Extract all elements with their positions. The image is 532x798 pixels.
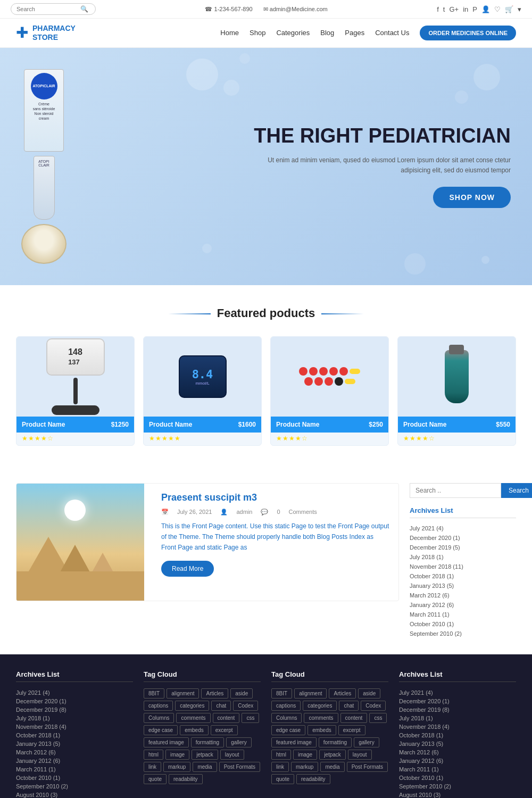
tag-item[interactable]: css [242, 713, 259, 723]
footer-archive-item[interactable]: October 2010 (1) [16, 774, 133, 782]
nav-blog[interactable]: Blog [320, 29, 334, 37]
tag-item[interactable]: Columns [271, 713, 302, 723]
google-icon[interactable]: G+ [449, 5, 459, 13]
tag-item[interactable]: link [271, 762, 289, 772]
footer-archive-item[interactable]: January 2012 (6) [399, 757, 516, 765]
archive-item[interactable]: December 2019 (5) [410, 543, 516, 552]
tag-item[interactable]: jetpack [192, 750, 218, 760]
footer-archive-item[interactable]: July 2018 (1) [16, 714, 133, 722]
tag-item[interactable]: edge case [144, 725, 178, 735]
footer-archive-item[interactable]: October 2018 (1) [16, 731, 133, 739]
facebook-icon[interactable]: f [437, 5, 439, 13]
search-input[interactable] [16, 6, 80, 12]
read-more-button[interactable]: Read More [161, 561, 214, 577]
tag-item[interactable]: categories [303, 701, 337, 711]
tag-item[interactable]: link [144, 762, 161, 772]
tag-item[interactable]: media [193, 762, 217, 772]
tag-item[interactable]: readability [169, 774, 203, 784]
archive-item[interactable]: January 2012 (6) [410, 600, 516, 610]
sidebar-search-button[interactable]: Search [501, 483, 532, 498]
tag-item[interactable]: Articles [329, 688, 356, 699]
footer-archive-item[interactable]: July 2021 (4) [16, 688, 133, 697]
tag-item[interactable]: embeds [180, 725, 209, 735]
tag-item[interactable]: html [271, 750, 291, 760]
nav-shop[interactable]: Shop [250, 29, 265, 37]
archive-item[interactable]: July 2021 (4) [410, 523, 516, 533]
footer-archive-item[interactable]: October 2018 (1) [399, 731, 516, 739]
tag-item[interactable]: image [165, 750, 189, 760]
tag-item[interactable]: layout [348, 750, 372, 760]
tag-item[interactable]: jetpack [319, 750, 346, 760]
archive-item[interactable]: October 2018 (1) [410, 571, 516, 581]
footer-archive-item[interactable]: December 2020 (1) [16, 697, 133, 705]
footer-archive-item[interactable]: July 2018 (1) [399, 714, 516, 722]
tag-item[interactable]: image [293, 750, 317, 760]
tag-item[interactable]: quote [144, 774, 167, 784]
tag-item[interactable]: quote [271, 774, 294, 784]
tag-item[interactable]: comments [176, 713, 210, 723]
order-medicines-button[interactable]: ORDER MEDICINES ONLINE [420, 26, 516, 40]
archive-item[interactable]: March 2011 (1) [410, 610, 516, 619]
footer-archive-item[interactable]: October 2010 (1) [399, 774, 516, 782]
tag-item[interactable]: featured image [144, 737, 189, 747]
footer-archive-item[interactable]: July 2021 (4) [399, 688, 516, 697]
instagram-icon[interactable]: in [463, 5, 468, 13]
product-card-2[interactable]: 8.4 mmol/L Product Name $1600 ★★★★★ [143, 336, 262, 446]
nav-categories[interactable]: Categories [276, 29, 310, 37]
tag-item[interactable]: Codex [361, 701, 386, 711]
nav-pages[interactable]: Pages [345, 29, 364, 37]
tag-item[interactable]: content [213, 713, 240, 723]
tag-item[interactable]: edge case [271, 725, 305, 735]
footer-archive-item[interactable]: March 2011 (1) [16, 765, 133, 774]
tag-item[interactable]: Articles [201, 688, 228, 699]
footer-archive-item[interactable]: August 2010 (3) [399, 791, 516, 798]
product-card-1[interactable]: 148137 Product Name $1250 ★★★★☆ [16, 336, 135, 446]
footer-archive-item[interactable]: September 2010 (2) [399, 782, 516, 791]
heart-icon[interactable]: ♡ [494, 5, 501, 13]
user-icon[interactable]: 👤 [481, 5, 490, 13]
tag-item[interactable]: embeds [307, 725, 336, 735]
footer-archive-item[interactable]: January 2013 (5) [399, 739, 516, 748]
archive-item[interactable]: July 2018 (1) [410, 552, 516, 562]
tag-item[interactable]: markup [163, 762, 190, 772]
archive-item[interactable]: October 2010 (1) [410, 619, 516, 629]
product-card-3[interactable]: Product Name $250 ★★★★☆ [270, 336, 389, 446]
tag-item[interactable]: chat [211, 701, 231, 711]
pinterest-icon[interactable]: P [472, 5, 477, 13]
tag-item[interactable]: aside [230, 688, 253, 699]
archive-item[interactable]: January 2013 (5) [410, 581, 516, 591]
tag-item[interactable]: gallery [354, 737, 379, 747]
tag-item[interactable]: gallery [226, 737, 251, 747]
nav-home[interactable]: Home [220, 29, 239, 37]
tag-item[interactable]: html [144, 750, 163, 760]
footer-archive-item[interactable]: March 2011 (1) [399, 765, 516, 774]
tag-item[interactable]: alignment [294, 688, 327, 699]
tag-item[interactable]: categories [175, 701, 209, 711]
tag-item[interactable]: content [340, 713, 368, 723]
archive-item[interactable]: December 2020 (1) [410, 533, 516, 543]
tag-item[interactable]: alignment [167, 688, 199, 699]
tag-item[interactable]: readability [296, 774, 330, 784]
tag-item[interactable]: css [369, 713, 387, 723]
tag-item[interactable]: 8BIT [144, 688, 164, 699]
twitter-icon[interactable]: t [443, 5, 445, 13]
footer-archive-item[interactable]: January 2013 (5) [16, 739, 133, 748]
tag-item[interactable]: Post Formats [219, 762, 260, 772]
tag-item[interactable]: comments [304, 713, 338, 723]
footer-archive-item[interactable]: December 2019 (8) [16, 705, 133, 714]
tag-item[interactable]: Columns [144, 713, 174, 723]
tag-item[interactable]: Post Formats [347, 762, 388, 772]
tag-item[interactable]: captions [144, 701, 173, 711]
tag-item[interactable]: chat [339, 701, 359, 711]
tag-item[interactable]: excerpt [338, 725, 365, 735]
archive-item[interactable]: September 2010 (2) [410, 629, 516, 638]
footer-archive-item[interactable]: August 2010 (3) [16, 791, 133, 798]
tag-item[interactable]: layout [220, 750, 244, 760]
footer-archive-item[interactable]: September 2010 (2) [16, 782, 133, 791]
footer-archive-item[interactable]: November 2018 (4) [399, 722, 516, 731]
tag-item[interactable]: formatting [191, 737, 224, 747]
product-card-4[interactable]: Product Name $550 ★★★★☆ [397, 336, 516, 446]
cart-icon[interactable]: 🛒 [505, 5, 513, 13]
tag-item[interactable]: media [320, 762, 344, 772]
nav-contact[interactable]: Contact Us [375, 29, 409, 37]
